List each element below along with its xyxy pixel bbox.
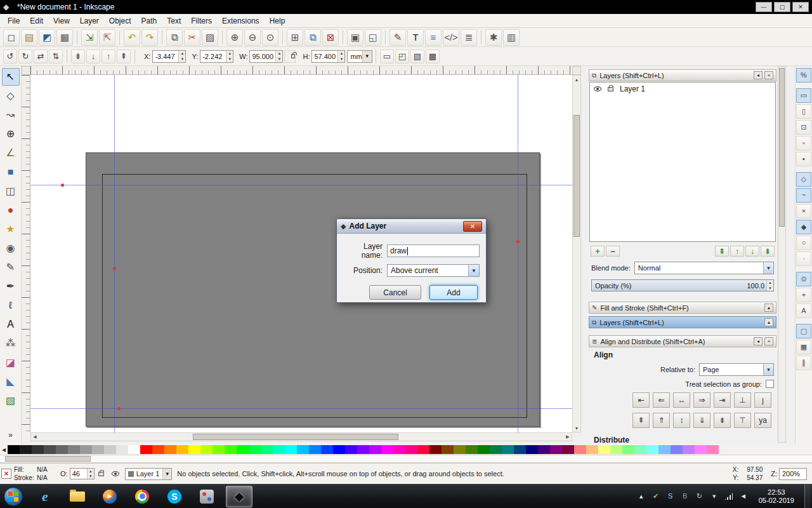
show-hidden-icons[interactable]: ▴	[636, 491, 646, 502]
guide-vertical-right[interactable]	[518, 75, 518, 432]
undock-button[interactable]: ◂	[754, 337, 763, 345]
palette-swatch[interactable]	[586, 445, 598, 454]
palette-swatch[interactable]	[176, 445, 188, 454]
preferences[interactable]: ✱	[485, 29, 502, 46]
snap-bounding-box-toggle[interactable]: ▭	[796, 88, 811, 103]
palette-swatch[interactable]	[68, 445, 80, 454]
style-swatch-none[interactable]: ×	[1, 469, 11, 479]
paste[interactable]: ▨	[202, 29, 218, 46]
layers-list[interactable]: Layer 1	[589, 82, 776, 242]
show-desktop-button[interactable]	[804, 485, 811, 508]
import-image[interactable]: ⇲	[81, 29, 98, 46]
volume[interactable]: ◄	[738, 491, 749, 502]
spin-up-icon[interactable]: ▲	[179, 51, 185, 57]
horizontal-scrollbar-thumb[interactable]	[193, 434, 398, 440]
snap-path-intersections-toggle[interactable]: ×	[796, 204, 811, 218]
palette-swatch[interactable]	[381, 445, 393, 454]
dialog-close-button[interactable]: ✕	[463, 221, 482, 232]
center-on-horizontal-axis-button[interactable]: ↕	[673, 413, 690, 428]
lock-ratio-toggle[interactable]	[284, 50, 296, 63]
snap-cusp-nodes-toggle[interactable]: ◆	[796, 220, 811, 234]
bucket-tool[interactable]: ◣	[2, 373, 20, 391]
calligraphy-tool[interactable]: ℓ	[2, 297, 20, 314]
palette-swatch[interactable]	[502, 445, 514, 454]
canvas[interactable]	[30, 75, 572, 432]
palette-swatch[interactable]	[128, 445, 140, 454]
height-input[interactable]: 57.400 ▲▼	[311, 50, 345, 63]
internet-explorer[interactable]: e	[32, 486, 58, 507]
layers-dock-bar[interactable]: ⧉ Layers (Shift+Ctrl+L) ▲	[589, 316, 776, 328]
align-panel-header[interactable]: ≣ Align and Distribute (Shift+Ctrl+A) ◂ …	[589, 335, 776, 347]
snap-text-baseline-toggle[interactable]: A	[796, 304, 811, 318]
width-input[interactable]: 95.000 ▲▼	[249, 50, 283, 63]
start-button[interactable]	[0, 485, 27, 508]
scroll-up-icon[interactable]: ▲	[573, 76, 580, 83]
chevron-down-icon[interactable]: ▼	[468, 265, 479, 276]
spin-down-icon[interactable]: ▼	[767, 286, 773, 291]
guide-anchor[interactable]	[516, 240, 520, 243]
palette-swatch[interactable]	[261, 445, 273, 454]
palette-swatch[interactable]	[634, 445, 646, 454]
chevron-down-icon[interactable]: ▼	[763, 364, 773, 375]
spin-up-icon[interactable]: ▲	[226, 51, 233, 57]
menu-edit[interactable]: Edit	[25, 15, 48, 27]
dock-scrollbar[interactable]	[778, 66, 786, 443]
eraser-tool[interactable]: ◪	[2, 354, 20, 371]
snap-bbox-centers-toggle[interactable]: ▪	[796, 152, 811, 166]
spin-down-icon[interactable]: ▼	[226, 57, 233, 62]
spin-up-icon[interactable]: ▲	[276, 51, 282, 57]
palette-swatch[interactable]	[707, 445, 719, 454]
scroll-left-icon[interactable]: ◀	[31, 433, 39, 441]
layer-row[interactable]: Layer 1	[590, 83, 775, 95]
guide-horizontal-bottom[interactable]	[30, 408, 572, 409]
zoom-input[interactable]: 200%	[779, 468, 807, 480]
menu-filters[interactable]: Filters	[186, 15, 217, 27]
palette-scrollbar-thumb[interactable]	[5, 456, 91, 462]
close-panel-button[interactable]: ×	[764, 71, 773, 79]
current-layer-dropdown[interactable]: Layer 1 ▼	[125, 468, 173, 480]
opacity-spinner[interactable]: ▲▼	[766, 280, 773, 291]
zoom-to-selection[interactable]: ⊕	[226, 29, 243, 46]
spin-down-icon[interactable]: ▼	[338, 57, 344, 62]
3dbox-tool[interactable]: ◫	[2, 182, 20, 200]
palette-swatch[interactable]	[333, 445, 345, 454]
undock-button[interactable]: ◂	[754, 71, 763, 79]
snap-midpoints-toggle[interactable]: ·	[796, 251, 811, 266]
guide-anchor[interactable]	[61, 184, 64, 187]
skype-tray[interactable]: S	[665, 491, 676, 502]
width-spinner[interactable]: ▲▼	[275, 51, 282, 62]
palette-swatch[interactable]	[417, 445, 429, 454]
cut[interactable]: ✂	[184, 29, 200, 46]
palette-swatch[interactable]	[237, 445, 249, 454]
vertical-ruler[interactable]	[22, 75, 30, 432]
xml-editor[interactable]: </>	[443, 29, 459, 46]
fill-stroke-dock-bar[interactable]: ✎ Fill and Stroke (Shift+Ctrl+F) ▲	[589, 302, 776, 314]
cancel-button[interactable]: Cancel	[369, 285, 421, 300]
units-dropdown[interactable]: mm ▼	[347, 50, 372, 63]
layer-visibility-toggle[interactable]	[109, 467, 122, 480]
chevron-up-icon[interactable]: ▲	[764, 318, 773, 326]
menu-object[interactable]: Object	[104, 15, 136, 27]
spray-tool[interactable]: ⁂	[2, 335, 20, 352]
palette-swatch[interactable]	[80, 445, 92, 454]
text-anchor-horizontal-button[interactable]: ȷ	[754, 392, 771, 408]
minimize-button[interactable]: —	[756, 2, 772, 12]
palette-swatch[interactable]	[429, 445, 442, 454]
palette-swatch[interactable]	[683, 445, 695, 454]
palette-swatch[interactable]	[538, 445, 550, 454]
align-dialog[interactable]: ≣	[461, 29, 477, 46]
scale-stroke-toggle[interactable]: ▭	[380, 50, 394, 64]
ungroup-objects[interactable]: ◱	[365, 29, 381, 46]
dialog-title-bar[interactable]: ◆ Add Layer ✕	[337, 219, 486, 234]
maximize-button[interactable]: ▢	[774, 2, 790, 12]
horizontal-ruler[interactable]	[30, 66, 572, 75]
star-tool[interactable]: ★	[2, 220, 20, 238]
snap-rotation-centers-toggle[interactable]: +	[796, 288, 811, 302]
palette-swatch[interactable]	[116, 445, 128, 454]
palette-swatch[interactable]	[321, 445, 333, 454]
lower-selection[interactable]: ↓	[86, 50, 100, 64]
guide-horizontal-top[interactable]	[30, 185, 572, 185]
snap-nodes-toggle[interactable]: ◇	[796, 172, 811, 187]
palette-swatch[interactable]	[164, 445, 176, 454]
palette-swatch[interactable]	[345, 445, 357, 454]
